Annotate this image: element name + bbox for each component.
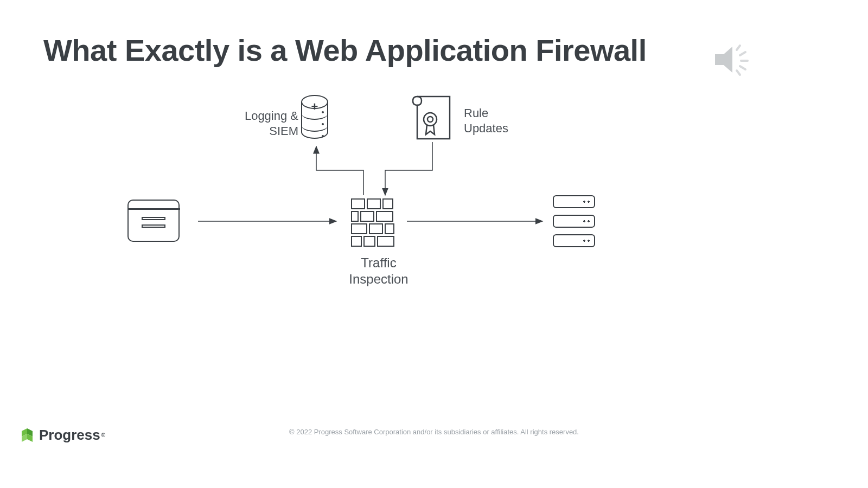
traffic-label: Traffic Inspection xyxy=(333,255,425,287)
audio-speaker-icon xyxy=(710,38,753,84)
footer-copyright: © 2022 Progress Software Corporation and… xyxy=(0,428,868,436)
svg-line-1 xyxy=(737,46,740,50)
brand-name: Progress xyxy=(39,427,100,444)
servers-icon xyxy=(553,195,596,254)
svg-line-5 xyxy=(737,70,740,75)
svg-marker-0 xyxy=(715,47,732,73)
connector-lines xyxy=(125,92,613,277)
progress-logo: Progress® xyxy=(20,427,105,444)
logging-label: Logging & SIEM xyxy=(244,108,298,138)
certificate-icon xyxy=(410,94,453,141)
database-icon: + xyxy=(301,95,328,101)
waf-diagram: + Logging & SIEM Rule Updates Traffic In… xyxy=(125,92,613,277)
firewall-icon xyxy=(351,198,395,243)
svg-line-4 xyxy=(740,66,745,69)
svg-line-2 xyxy=(740,52,745,55)
rules-label: Rule Updates xyxy=(464,106,529,136)
slide-title: What Exactly is a Web Application Firewa… xyxy=(43,33,647,68)
browser-icon xyxy=(127,200,180,242)
